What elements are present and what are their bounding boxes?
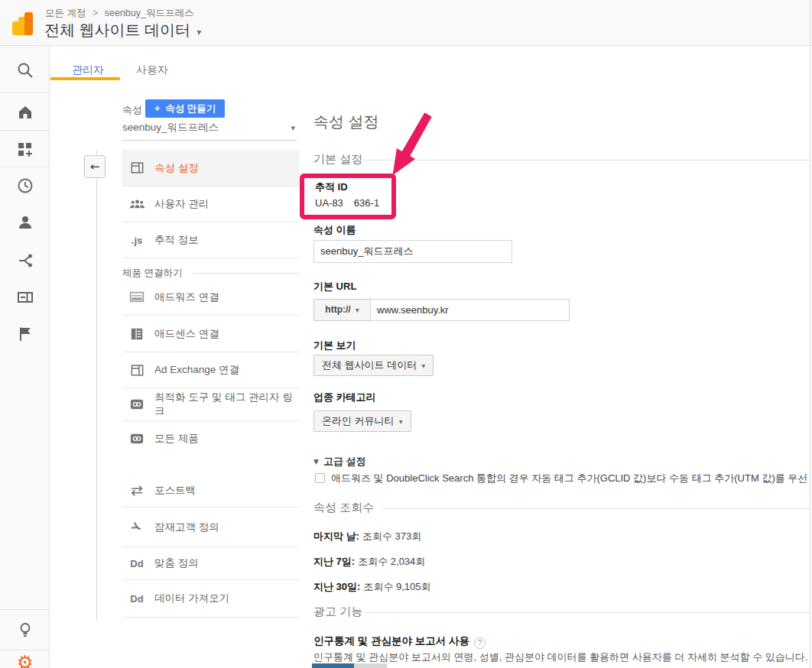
logo-bar-tall — [24, 12, 33, 35]
audience-person-icon[interactable] — [16, 213, 34, 232]
default-url-input[interactable]: www.seenbuy.kr — [370, 299, 570, 321]
stat-last-30-days: 지난 30일:조회수 9,105회 — [313, 580, 431, 594]
advanced-settings-toggle[interactable]: ▼고급 설정 — [313, 455, 366, 469]
menu-item-all-products[interactable]: 모든 제품 — [122, 421, 300, 456]
stat-last-7-days: 지난 7일:조회수 2,034회 — [313, 555, 425, 569]
demographics-toggle[interactable] — [312, 663, 387, 668]
rail-divider — [0, 130, 50, 131]
property-selector[interactable]: seenbuy_워드프레스 ▾ — [122, 121, 297, 141]
triangle-down-icon: ▼ — [313, 458, 319, 465]
main-title: 속성 설정 — [313, 112, 379, 132]
analytics-logo-icon[interactable] — [11, 11, 37, 37]
rail-divider — [0, 167, 50, 167]
property-name-label: 속성 이름 — [313, 223, 356, 237]
section-advertising-features: 광고 기능 — [313, 605, 362, 619]
home-icon[interactable] — [16, 103, 34, 122]
adsense-link-icon — [128, 327, 145, 341]
manual-tagging-checkbox[interactable] — [315, 473, 325, 483]
conversions-flag-icon[interactable] — [16, 325, 34, 343]
breadcrumb-account[interactable]: seenbuy_워드프레스 — [105, 8, 194, 18]
breadcrumb: 모든 계정 > seenbuy_워드프레스 — [45, 7, 193, 20]
active-tab-underline — [50, 77, 120, 80]
search-icon[interactable] — [16, 61, 34, 79]
section-line — [193, 273, 300, 274]
menu-item-postbacks[interactable]: ⇄ 포스트백 — [122, 474, 300, 507]
section-line — [382, 508, 810, 509]
menu-item-adwords-linking[interactable]: 애드워즈 연결 — [122, 279, 300, 315]
breadcrumb-separator: > — [93, 8, 98, 18]
menu-divider — [122, 258, 300, 258]
admin-gear-icon[interactable]: ⚙ — [17, 653, 35, 668]
create-property-button[interactable]: +속성 만들기 — [145, 99, 225, 118]
dd-icon: Dd — [128, 593, 145, 605]
url-scheme-dropdown[interactable]: http://▾ — [313, 299, 371, 321]
menu-item-custom-definitions[interactable]: Dd 맞춤 정의 — [122, 547, 300, 579]
scrollbar[interactable] — [810, 0, 810, 668]
app-header: 모든 계정 > seenbuy_워드프레스 전체 웹사이트 데이터▾ — [0, 0, 812, 46]
default-view-dropdown[interactable]: 전체 웹사이트 데이터▾ — [313, 355, 434, 376]
help-icon[interactable]: ? — [474, 637, 486, 649]
menu-item-label: 애드워즈 연결 — [154, 290, 219, 304]
stat-last-day: 마지막 날:조회수 373회 — [313, 530, 421, 543]
column-divider — [96, 150, 97, 621]
menu-section-product-linking: 제품 연결하기 — [122, 267, 300, 280]
industry-category-dropdown[interactable]: 온라인 커뮤니티▾ — [313, 410, 411, 432]
menu-item-label: 추적 정보 — [154, 233, 199, 247]
menu-item-adsense-linking[interactable]: 애드센스 연결 — [122, 316, 300, 352]
tab-user[interactable]: 사용자 — [136, 63, 168, 77]
chevron-down-icon: ▾ — [356, 306, 359, 314]
demographics-heading: 인구통계 및 관심분야 보고서 사용? — [313, 634, 486, 649]
menu-item-user-management[interactable]: 사용자 관리 — [122, 186, 300, 222]
rail-divider — [0, 609, 50, 610]
chevron-down-icon: ▾ — [421, 362, 425, 370]
link-icon — [128, 397, 145, 411]
menu-item-label: 속성 설정 — [154, 161, 199, 175]
nav-rail: ⚙ — [0, 46, 50, 668]
property-name-input[interactable]: seenbuy_워드프레스 — [313, 240, 512, 263]
link-icon — [128, 432, 145, 446]
menu-item-ad-exchange-linking[interactable]: Ad Exchange 연결 — [122, 352, 300, 388]
acquisition-flow-icon[interactable] — [16, 251, 34, 270]
toggle-on-segment — [312, 663, 354, 668]
menu-item-optimize-tag-manager-links[interactable]: 최적화 도구 및 태그 관리자 링크 — [122, 388, 300, 420]
menu-item-label: 모든 제품 — [154, 432, 199, 446]
checkbox-label: 애드워즈 및 DoubleClick Search 통합의 경우 자동 태그 추… — [331, 472, 810, 484]
view-title-row[interactable]: 전체 웹사이트 데이터▾ — [44, 20, 201, 41]
menu-item-audience-definitions[interactable]: Y 잠재고객 정의 — [122, 507, 300, 546]
menu-item-data-import[interactable]: Dd 데이터 가져오기 — [122, 580, 300, 617]
property-settings-icon — [128, 161, 145, 175]
menu-item-label: Ad Exchange 연결 — [154, 363, 239, 377]
behavior-card-icon[interactable] — [16, 288, 34, 306]
section-property-hits: 속성 조회수 — [313, 501, 374, 515]
customization-icon[interactable] — [16, 140, 34, 158]
industry-category-label: 업종 카테고리 — [313, 391, 376, 404]
adwords-link-icon — [128, 290, 145, 303]
menu-divider — [122, 617, 300, 618]
menu-item-label: 맞춤 정의 — [154, 556, 199, 570]
insights-lightbulb-icon[interactable] — [16, 621, 34, 639]
breadcrumb-all-accounts[interactable]: 모든 계정 — [45, 8, 86, 18]
annotation-arrow — [382, 107, 443, 183]
dd-icon: Dd — [128, 558, 145, 569]
advanced-checkbox-row: 애드워즈 및 DoubleClick Search 통합의 경우 자동 태그 추… — [315, 472, 810, 485]
tab-admin[interactable]: 관리자 — [72, 63, 104, 77]
demographics-description: 인구통계 및 관심분야 보고서의 연령, 성별, 관심분야 데이터를 활용하면 … — [313, 650, 810, 664]
collapse-back-button[interactable]: ← — [84, 155, 106, 178]
default-view-label: 기본 보기 — [313, 339, 356, 352]
realtime-clock-icon[interactable] — [16, 177, 34, 195]
section-line — [365, 612, 810, 613]
menu-item-label: 포스트백 — [154, 484, 196, 498]
menu-item-label: 사용자 관리 — [154, 197, 209, 211]
chevron-down-icon: ▾ — [291, 123, 295, 133]
js-icon: .js — [128, 235, 145, 246]
page-title: 전체 웹사이트 데이터 — [44, 21, 190, 38]
ad-exchange-link-icon — [128, 363, 145, 378]
plus-icon: + — [154, 103, 160, 114]
rail-divider — [0, 650, 50, 650]
chevron-down-icon[interactable]: ▾ — [197, 27, 201, 37]
menu-item-label: 데이터 가져오기 — [154, 592, 229, 605]
menu-item-property-settings[interactable]: 속성 설정 — [122, 150, 300, 186]
rail-divider — [0, 92, 50, 93]
property-column-label: 속성 — [122, 103, 142, 117]
menu-item-tracking-info[interactable]: .js 추적 정보 — [122, 222, 300, 258]
